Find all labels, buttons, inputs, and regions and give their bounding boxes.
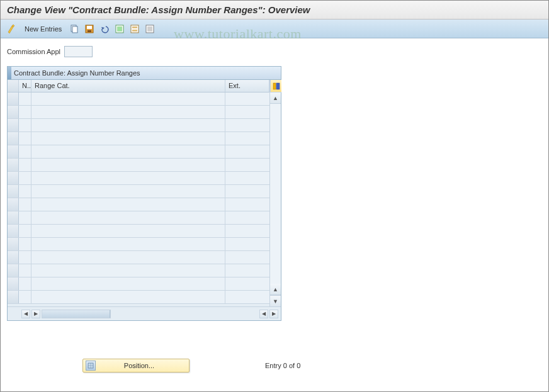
table-row[interactable] <box>8 291 269 304</box>
scroll-left-end-icon[interactable]: ◀ <box>21 310 30 318</box>
cell-ext[interactable] <box>225 277 269 290</box>
table-row[interactable] <box>8 238 269 251</box>
vertical-scroll-track[interactable] <box>270 104 281 284</box>
table-row[interactable] <box>8 119 269 132</box>
scroll-right-end-icon[interactable]: ▶ <box>269 310 278 318</box>
row-selector[interactable] <box>8 238 19 250</box>
scroll-up-icon[interactable]: ▲ <box>270 92 281 104</box>
scroll-down-icon[interactable]: ▼ <box>270 295 281 306</box>
cell-range-cat[interactable] <box>31 119 225 132</box>
scroll-down-up-icon[interactable]: ▲ <box>270 284 281 295</box>
table-row[interactable] <box>8 277 269 291</box>
column-header-n[interactable]: N.. <box>19 80 31 92</box>
row-selector[interactable] <box>8 92 19 105</box>
cell-range-cat[interactable] <box>31 277 225 290</box>
row-selector[interactable] <box>8 159 19 171</box>
cell-ext[interactable] <box>225 251 269 264</box>
cell-n[interactable] <box>19 264 31 277</box>
position-button[interactable]: Position... <box>82 359 190 372</box>
cell-ext[interactable] <box>225 92 269 105</box>
cell-ext[interactable] <box>225 106 269 118</box>
cell-n[interactable] <box>19 145 31 158</box>
horizontal-scroll-track-left[interactable] <box>42 310 111 318</box>
cell-ext[interactable] <box>225 145 269 158</box>
cell-range-cat[interactable] <box>31 172 225 184</box>
undo-icon[interactable] <box>98 23 111 35</box>
row-selector[interactable] <box>8 172 19 184</box>
cell-ext[interactable] <box>225 291 269 303</box>
row-selector[interactable] <box>8 264 19 277</box>
row-selector[interactable] <box>8 198 19 211</box>
table-row[interactable] <box>8 92 269 106</box>
cell-range-cat[interactable] <box>31 92 225 105</box>
cell-range-cat[interactable] <box>31 291 225 303</box>
row-selector[interactable] <box>8 277 19 290</box>
table-row[interactable] <box>8 198 269 211</box>
table-row[interactable] <box>8 172 269 185</box>
cell-ext[interactable] <box>225 225 269 237</box>
save-icon[interactable] <box>83 23 96 35</box>
table-row[interactable] <box>8 145 269 159</box>
cell-range-cat[interactable] <box>31 132 225 145</box>
cell-range-cat[interactable] <box>31 264 225 277</box>
cell-range-cat[interactable] <box>31 251 225 264</box>
cell-n[interactable] <box>19 277 31 290</box>
table-settings-icon[interactable] <box>270 80 281 92</box>
cell-n[interactable] <box>19 225 31 237</box>
cell-ext[interactable] <box>225 211 269 224</box>
new-entries-button[interactable]: New Entries <box>21 24 65 34</box>
row-selector[interactable] <box>8 132 19 145</box>
cell-n[interactable] <box>19 238 31 250</box>
cell-ext[interactable] <box>225 119 269 132</box>
column-header-range-cat[interactable]: Range Cat. <box>31 80 225 92</box>
cell-n[interactable] <box>19 251 31 264</box>
toggle-icon[interactable] <box>6 23 18 35</box>
cell-range-cat[interactable] <box>31 211 225 224</box>
cell-ext[interactable] <box>225 264 269 277</box>
cell-range-cat[interactable] <box>31 159 225 171</box>
cell-ext[interactable] <box>225 172 269 184</box>
cell-ext[interactable] <box>225 198 269 211</box>
cell-n[interactable] <box>19 92 31 105</box>
cell-n[interactable] <box>19 172 31 184</box>
cell-range-cat[interactable] <box>31 106 225 118</box>
table-row[interactable] <box>8 211 269 225</box>
cell-n[interactable] <box>19 211 31 224</box>
cell-ext[interactable] <box>225 238 269 250</box>
row-selector[interactable] <box>8 225 19 237</box>
row-selector[interactable] <box>8 251 19 264</box>
deselect-all-icon[interactable] <box>144 23 156 35</box>
cell-n[interactable] <box>19 106 31 118</box>
cell-ext[interactable] <box>225 185 269 198</box>
cell-range-cat[interactable] <box>31 238 225 250</box>
table-row[interactable] <box>8 185 269 198</box>
cell-n[interactable] <box>19 198 31 211</box>
select-all-column-header[interactable] <box>8 80 19 92</box>
table-row[interactable] <box>8 159 269 172</box>
table-row[interactable] <box>8 264 269 277</box>
row-selector[interactable] <box>8 211 19 224</box>
scroll-right-icon[interactable]: ◀ <box>259 310 268 318</box>
table-row[interactable] <box>8 251 269 264</box>
table-row[interactable] <box>8 106 269 119</box>
row-selector[interactable] <box>8 106 19 118</box>
row-selector[interactable] <box>8 291 19 303</box>
cell-range-cat[interactable] <box>31 225 225 237</box>
cell-ext[interactable] <box>225 159 269 171</box>
cell-range-cat[interactable] <box>31 198 225 211</box>
column-header-ext[interactable]: Ext. <box>225 80 269 92</box>
cell-n[interactable] <box>19 119 31 132</box>
table-row[interactable] <box>8 132 269 145</box>
cell-n[interactable] <box>19 291 31 303</box>
select-block-icon[interactable] <box>128 23 141 35</box>
cell-range-cat[interactable] <box>31 185 225 198</box>
scroll-left-icon[interactable]: ▶ <box>31 310 40 318</box>
table-row[interactable] <box>8 225 269 238</box>
select-all-icon[interactable] <box>113 23 126 35</box>
cell-ext[interactable] <box>225 132 269 145</box>
row-selector[interactable] <box>8 185 19 198</box>
cell-n[interactable] <box>19 132 31 145</box>
cell-n[interactable] <box>19 185 31 198</box>
cell-range-cat[interactable] <box>31 145 225 158</box>
row-selector[interactable] <box>8 119 19 132</box>
